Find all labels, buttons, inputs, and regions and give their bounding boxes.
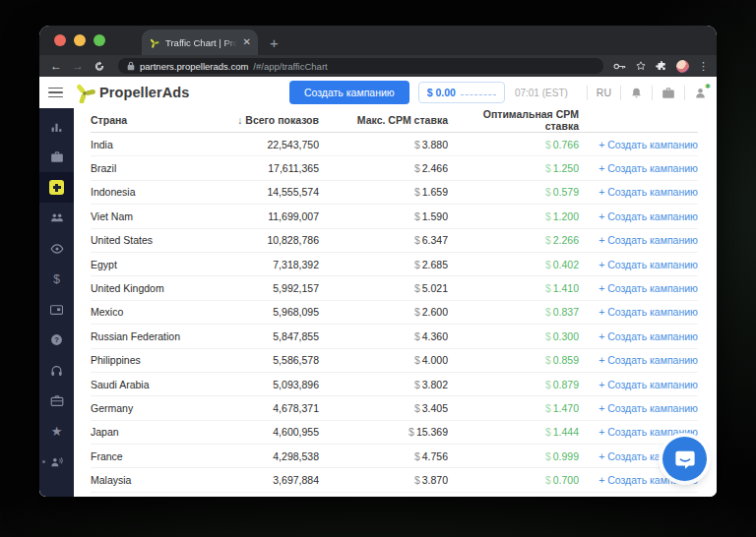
browser-profile-avatar[interactable] (676, 60, 689, 73)
table-row: France 4,298,538 $4.756 $0.999 + Создать… (91, 445, 698, 468)
traffic-chart-table: Страна ↓ Всего показов Макс. CPM ставка … (74, 108, 717, 497)
sidebar-item-campaigns[interactable] (39, 142, 74, 172)
password-key-icon[interactable] (613, 62, 626, 71)
impressions-cell: 4,298,538 (201, 450, 319, 462)
balance-field[interactable]: $ 0.00 (418, 82, 505, 103)
chrome-menu-icon[interactable]: ⋮ (698, 60, 709, 73)
table-row: Viet Nam 11,699,007 $1.590 $1.200 + Созд… (91, 205, 698, 228)
minimize-window-button[interactable] (74, 34, 86, 46)
optimal-cpm-cell: $0.837 (448, 306, 579, 318)
optimal-cpm-cell: $0.859 (448, 354, 579, 366)
max-cpm-cell: $15.369 (319, 426, 448, 438)
browser-tab[interactable]: Traffic Chart | Propeller Ads - a ✕ (142, 30, 258, 55)
sidebar-item-help[interactable]: ? (39, 325, 74, 355)
profile-new-badge-icon: ✱ (705, 83, 711, 90)
sidebar-item-tools[interactable] (39, 386, 74, 416)
zoom-window-button[interactable] (94, 34, 105, 46)
notification-dot (42, 460, 45, 463)
table-row: India 22,543,750 $3.880 $0.766 + Создать… (91, 133, 698, 156)
max-cpm-cell: $4.360 (319, 330, 448, 342)
referral-speaker-icon (50, 456, 64, 468)
address-bar[interactable]: partners.propellerads.com/#/app/trafficC… (118, 58, 603, 74)
impressions-cell: 3,697,884 (201, 474, 319, 486)
sidebar-item-favorites[interactable]: ★ (39, 416, 74, 447)
optimal-cpm-cell: $0.402 (448, 259, 579, 270)
profile-button[interactable]: ✱ (694, 87, 707, 99)
row-create-campaign-link[interactable]: + Создать кампанию (579, 282, 698, 294)
row-create-campaign-link[interactable]: + Создать кампанию (579, 259, 698, 270)
close-window-button[interactable] (54, 34, 66, 46)
table-row: Russian Federation 5,847,855 $4.360 $0.3… (91, 325, 698, 348)
extensions-puzzle-icon[interactable] (656, 60, 667, 72)
lock-icon (127, 61, 135, 71)
traffic-chart-icon (49, 180, 64, 195)
close-tab-icon[interactable]: ✕ (243, 37, 251, 47)
sidebar-item-referral[interactable] (39, 447, 74, 477)
column-header-impressions[interactable]: ↓ Всего показов (201, 114, 319, 126)
table-row: Philippines 5,586,578 $4.000 $0.859 + Со… (91, 349, 698, 373)
max-cpm-cell: $6.347 (319, 234, 448, 246)
table-row: Indonesia 14,555,574 $1.659 $0.579 + Соз… (91, 181, 698, 205)
bell-icon (630, 87, 643, 99)
finance-dollar-icon: $ (53, 273, 60, 285)
max-cpm-cell: $3.405 (319, 402, 448, 414)
create-campaign-button[interactable]: Создать кампанию (289, 81, 410, 104)
column-header-optimal-cpm[interactable]: Оптимальная CPM ставка (448, 108, 579, 132)
column-header-max-cpm[interactable]: Макс. CPM ставка (319, 114, 448, 126)
case-icon (50, 395, 64, 406)
propeller-logo-icon (74, 82, 95, 103)
impressions-cell: 17,611,365 (201, 162, 319, 174)
row-create-campaign-link[interactable]: + Создать кампанию (579, 234, 698, 246)
country-cell: France (91, 450, 201, 462)
max-cpm-cell: $5.021 (319, 282, 448, 294)
row-create-campaign-link[interactable]: + Создать кампанию (579, 186, 698, 198)
sidebar-item-payments[interactable] (39, 294, 74, 325)
sidebar-item-audience[interactable] (39, 203, 74, 233)
row-create-campaign-link[interactable]: + Создать кампанию (579, 306, 698, 318)
impressions-cell: 7,318,392 (201, 259, 319, 270)
briefcase-icon (662, 87, 675, 99)
account-menu-button[interactable] (662, 87, 675, 99)
reload-button[interactable] (91, 61, 108, 72)
row-create-campaign-link[interactable]: + Создать кампанию (579, 379, 698, 390)
server-time: 07:01 (EST) (515, 88, 568, 98)
column-header-country[interactable]: Страна (91, 114, 201, 126)
row-create-campaign-link[interactable]: + Создать кампанию (579, 354, 698, 366)
row-create-campaign-link[interactable]: + Создать кампанию (579, 210, 698, 222)
notifications-button[interactable] (630, 87, 643, 99)
country-cell: Mexico (91, 306, 201, 318)
table-row: Germany 4,678,371 $3.405 $1.470 + Создат… (91, 396, 698, 420)
optimal-cpm-cell: $1.200 (448, 210, 579, 222)
sidebar-item-tracking[interactable] (39, 233, 74, 264)
country-cell: Malaysia (91, 474, 201, 486)
back-button[interactable]: ← (47, 60, 65, 72)
language-selector[interactable]: RU (597, 87, 611, 98)
sidebar-item-support[interactable] (39, 355, 74, 386)
forward-button[interactable]: → (69, 60, 87, 72)
sidebar-item-traffic-chart[interactable] (39, 172, 74, 203)
table-row: Malaysia 3,697,884 $3.870 $0.700 + Созда… (91, 468, 698, 492)
country-cell: India (91, 139, 201, 150)
url-path: /#/app/trafficChart (253, 61, 327, 72)
brand-logo[interactable]: PropellerAds (74, 82, 189, 103)
row-create-campaign-link[interactable]: + Создать кампанию (579, 162, 698, 174)
card-icon (50, 305, 63, 315)
row-create-campaign-link[interactable]: + Создать кампанию (579, 330, 698, 342)
table-row: Egypt 7,318,392 $2.685 $0.402 + Создать … (91, 253, 698, 276)
hamburger-menu-icon[interactable] (48, 88, 63, 98)
chat-widget-button[interactable] (662, 437, 707, 481)
balance-dashed-placeholder (461, 94, 496, 95)
max-cpm-cell: $3.880 (319, 139, 448, 150)
impressions-cell: 5,847,855 (201, 330, 319, 342)
sidebar-item-statistics[interactable] (39, 111, 74, 142)
window-controls (54, 34, 105, 46)
sidebar-item-finances[interactable]: $ (39, 264, 74, 294)
country-cell: Russian Federation (91, 330, 201, 342)
row-create-campaign-link[interactable]: + Создать кампанию (579, 139, 698, 150)
optimal-cpm-cell: $0.300 (448, 330, 579, 342)
bookmark-star-icon[interactable] (635, 60, 647, 72)
impressions-cell: 10,828,786 (201, 234, 319, 246)
table-body: India 22,543,750 $3.880 $0.766 + Создать… (91, 133, 698, 493)
new-tab-button[interactable]: + (270, 35, 279, 50)
row-create-campaign-link[interactable]: + Создать кампанию (579, 402, 698, 414)
